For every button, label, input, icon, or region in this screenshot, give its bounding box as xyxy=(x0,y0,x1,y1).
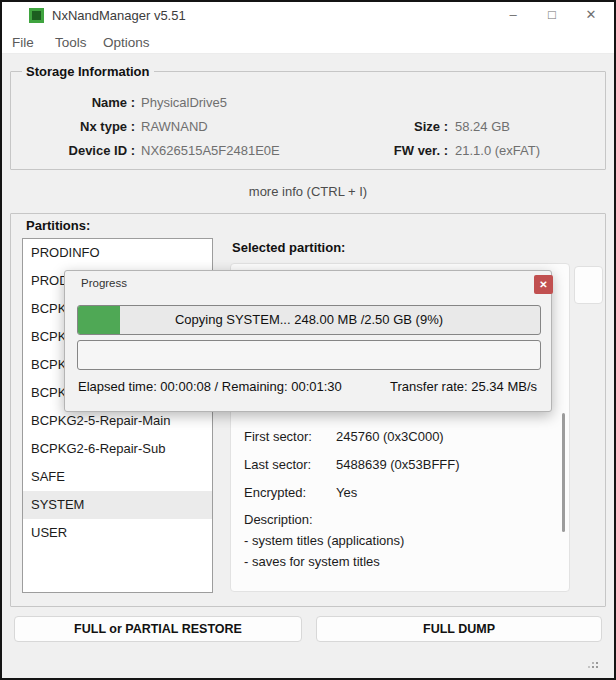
resize-grip[interactable] xyxy=(592,666,594,668)
size-value: 58.24 GB xyxy=(455,119,510,134)
partition-list-item[interactable]: SAFE xyxy=(23,463,212,491)
window-title: NxNandManager v5.51 xyxy=(52,8,186,23)
partial-hidden-control[interactable] xyxy=(574,266,603,304)
menu-options[interactable]: Options xyxy=(103,31,150,54)
partition-list-item[interactable]: PRODINFO xyxy=(23,239,212,267)
partition-list-item[interactable]: BCPKG2-6-Repair-Sub xyxy=(23,435,212,463)
dialog-close-button[interactable]: ✕ xyxy=(534,275,553,294)
minimize-button[interactable]: – xyxy=(494,2,532,28)
partitions-label: Partitions: xyxy=(26,218,90,233)
app-icon xyxy=(29,8,44,23)
close-button[interactable]: ✕ xyxy=(572,2,610,28)
encrypted-label: Encrypted: xyxy=(244,485,306,500)
last-sector-value: 5488639 (0x53BFFF) xyxy=(336,457,460,472)
partition-list-item[interactable]: USER xyxy=(23,519,212,547)
more-info-link[interactable]: more info (CTRL + I) xyxy=(0,184,616,199)
secondary-progress-bar xyxy=(77,340,541,370)
device-id-label: Device ID : xyxy=(25,143,135,158)
transfer-rate-text: Transfer rate: 25.34 MB/s xyxy=(390,379,537,394)
description-title: Description: xyxy=(244,512,313,527)
copy-progress-bar: Copying SYSTEM... 248.00 MB /2.50 GB (9%… xyxy=(77,305,541,335)
details-scrollbar[interactable] xyxy=(562,413,565,532)
maximize-button[interactable]: □ xyxy=(533,2,571,28)
progress-dialog-title: Progress xyxy=(81,277,127,289)
storage-info-legend: Storage Information xyxy=(22,64,154,79)
partition-list-item-selected[interactable]: SYSTEM xyxy=(23,491,212,519)
progress-status-text: Copying SYSTEM... 248.00 MB /2.50 GB (9%… xyxy=(78,306,540,334)
description-line: - system titles (applications) xyxy=(244,533,404,548)
nx-type-value: RAWNAND xyxy=(141,119,208,134)
name-value: PhysicalDrive5 xyxy=(141,95,227,110)
app-window: NxNandManager v5.51 – □ ✕ File Tools Opt… xyxy=(0,0,616,680)
last-sector-label: Last sector: xyxy=(244,457,311,472)
encrypted-value: Yes xyxy=(336,485,357,500)
fw-ver-label: FW ver. : xyxy=(338,143,448,158)
progress-dialog: Progress ✕ Copying SYSTEM... 248.00 MB /… xyxy=(64,270,552,412)
name-label: Name : xyxy=(25,95,135,110)
elapsed-remaining-text: Elapsed time: 00:00:08 / Remaining: 00:0… xyxy=(78,379,342,394)
size-label: Size : xyxy=(338,119,448,134)
first-sector-label: First sector: xyxy=(244,429,312,444)
selected-partition-heading: Selected partition: xyxy=(232,240,345,255)
first-sector-value: 245760 (0x3C000) xyxy=(336,429,444,444)
device-id-value: NX626515A5F2481E0E xyxy=(141,143,280,158)
menu-file[interactable]: File xyxy=(12,31,34,54)
full-dump-button[interactable]: FULL DUMP xyxy=(316,616,602,642)
menu-tools[interactable]: Tools xyxy=(55,31,87,54)
full-or-partial-restore-button[interactable]: FULL or PARTIAL RESTORE xyxy=(14,616,302,642)
fw-ver-value: 21.1.0 (exFAT) xyxy=(455,143,540,158)
nx-type-label: Nx type : xyxy=(25,119,135,134)
description-line: - saves for system titles xyxy=(244,554,380,569)
